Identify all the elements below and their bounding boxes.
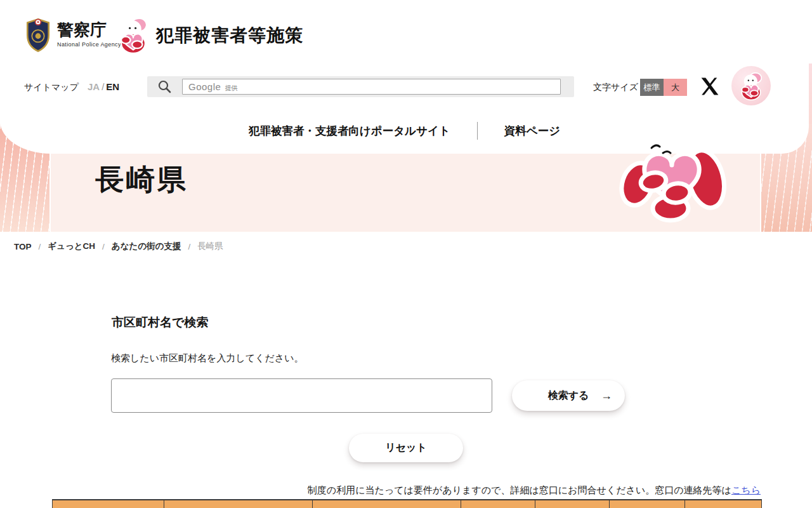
table-header-cell xyxy=(610,500,685,508)
reset-button-label: リセット xyxy=(385,442,427,453)
table-header-cell xyxy=(164,500,313,508)
font-size-label: 文字サイズ xyxy=(593,82,638,93)
support-table-header-row xyxy=(52,499,762,508)
mascot-logo-icon xyxy=(116,15,150,55)
nav-divider xyxy=(477,122,478,140)
table-header-cell xyxy=(461,500,535,508)
search-submit-button[interactable]: 検索する → xyxy=(512,380,625,411)
lang-en[interactable]: EN xyxy=(106,81,119,92)
breadcrumb-city-support[interactable]: あなたの街の支援 xyxy=(112,241,181,252)
lang-separator: / xyxy=(100,81,106,92)
page-title: 長崎県 xyxy=(95,161,188,199)
sitemap-link[interactable]: サイトマップ xyxy=(24,82,79,93)
nav-docs-link[interactable]: 資料ページ xyxy=(504,123,560,138)
arrow-right-icon: → xyxy=(601,389,612,403)
main-nav: 犯罪被害者・支援者向けポータルサイト 資料ページ xyxy=(0,118,809,144)
breadcrumb: TOP / ギュっとCH / あなたの街の支援 / 長崎県 xyxy=(14,241,223,252)
police-agency-badge-icon xyxy=(24,16,52,54)
hero-right-edge-tab xyxy=(809,64,812,124)
site-header: 警察庁 National Police Agency 犯罪被害者等施策 サイトマ… xyxy=(0,0,809,154)
usage-notice-text: 制度の利用に当たっては要件がありますので、詳細は窓口にお問合せください。窓口の連… xyxy=(308,485,731,495)
municipality-search-instruction: 検索したい市区町村名を入力してください。 xyxy=(111,352,304,364)
reset-button[interactable]: リセット xyxy=(349,434,463,462)
agency-name-en: National Police Agency xyxy=(57,41,121,48)
breadcrumb-current-page: 長崎県 xyxy=(197,241,223,252)
usage-notice: 制度の利用に当たっては要件がありますので、詳細は窓口にお問合せください。窓口の連… xyxy=(52,485,761,497)
agency-name: 警察庁 xyxy=(57,22,121,38)
nav-portal-link[interactable]: 犯罪被害者・支援者向けポータルサイト xyxy=(249,123,450,138)
breadcrumb-separator: / xyxy=(188,242,190,251)
municipality-search-input[interactable] xyxy=(111,378,492,413)
site-title[interactable]: 犯罪被害者等施策 xyxy=(156,23,303,48)
language-switch: JA/EN xyxy=(88,81,119,92)
site-search-bar: Google提供 xyxy=(147,76,574,97)
agency-name-block[interactable]: 警察庁 National Police Agency xyxy=(57,22,121,48)
mascot-avatar-icon xyxy=(738,71,764,100)
search-icon xyxy=(157,79,172,94)
municipality-search-heading: 市区町村名で検索 xyxy=(112,314,208,331)
search-button-label: 検索する xyxy=(548,390,589,401)
breadcrumb-gyutto-ch[interactable]: ギュっとCH xyxy=(48,241,95,252)
table-header-cell xyxy=(53,500,164,508)
font-size-large-button[interactable]: 大 xyxy=(664,79,687,96)
breadcrumb-separator: / xyxy=(39,242,41,251)
font-size-standard-button[interactable]: 標準 xyxy=(640,79,664,96)
table-header-cell xyxy=(313,500,461,508)
contact-info-link[interactable]: こちら xyxy=(731,485,761,495)
table-header-cell xyxy=(535,500,610,508)
breadcrumb-separator: / xyxy=(102,242,105,251)
site-search-input[interactable] xyxy=(182,79,561,95)
table-header-cell xyxy=(685,500,761,508)
breadcrumb-top[interactable]: TOP xyxy=(14,242,32,251)
mascot-avatar-button[interactable] xyxy=(731,66,771,105)
lang-ja[interactable]: JA xyxy=(88,81,100,92)
x-social-icon[interactable] xyxy=(700,77,719,96)
